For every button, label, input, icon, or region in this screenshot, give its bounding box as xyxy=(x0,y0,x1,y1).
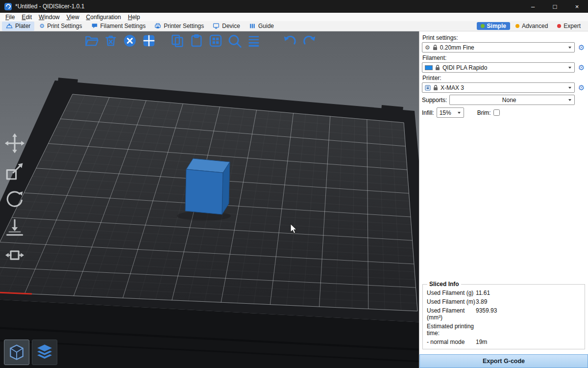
trash-icon xyxy=(103,33,118,48)
delete-all-button[interactable] xyxy=(122,33,137,49)
tab-label: Device xyxy=(222,23,240,29)
tab-printer-settings[interactable]: Printer Settings xyxy=(150,22,208,31)
menu-window[interactable]: Window xyxy=(35,14,63,21)
supports-value: None xyxy=(452,97,566,104)
printer-icon xyxy=(154,23,161,29)
cut-button[interactable] xyxy=(4,244,25,266)
lock-icon xyxy=(433,85,438,91)
printer-mini-icon xyxy=(425,85,431,91)
tab-guide[interactable]: Guide xyxy=(245,22,278,31)
cut-icon xyxy=(4,244,25,266)
split-objects-icon xyxy=(208,33,222,48)
app-window: *Untitled - QIDISlicer-1.0.1 – □ × File … xyxy=(0,0,588,368)
info-label: Estimated printing time: xyxy=(427,323,476,337)
viewport-toolbar xyxy=(83,33,317,49)
supports-combo[interactable]: None xyxy=(449,95,575,105)
mode-label: Expert xyxy=(564,23,581,29)
info-label: Used Filament (mm³) xyxy=(427,307,476,321)
mode-advanced[interactable]: Advanced xyxy=(512,22,552,30)
tab-filament-settings[interactable]: Filament Settings xyxy=(87,22,150,31)
info-value xyxy=(476,323,581,337)
view-switcher xyxy=(4,340,57,365)
sliced-layers-icon xyxy=(35,342,54,362)
paste-icon xyxy=(189,33,203,48)
infill-combo[interactable]: 15% xyxy=(437,107,464,118)
gizmo-toolbar xyxy=(4,132,25,266)
split-button[interactable] xyxy=(207,33,223,49)
menu-edit[interactable]: Edit xyxy=(18,14,35,21)
tab-device[interactable]: Device xyxy=(209,22,244,31)
editor-3d-view-button[interactable] xyxy=(4,340,29,365)
copy-button[interactable] xyxy=(169,33,185,49)
chevron-down-icon xyxy=(568,87,571,89)
window-title: *Untitled - QIDISlicer-1.0.1 xyxy=(15,3,84,10)
scale-button[interactable] xyxy=(4,160,25,182)
tab-plater[interactable]: Plater xyxy=(2,22,34,31)
menu-configuration[interactable]: Configuration xyxy=(83,14,124,21)
filament-icon xyxy=(91,23,98,29)
delete-button[interactable] xyxy=(102,33,118,49)
mode-expert[interactable]: Expert xyxy=(553,22,585,30)
info-row: Used Filament (mm³) 9359.93 xyxy=(427,306,581,322)
undo-icon xyxy=(282,33,297,49)
export-gcode-button[interactable]: Export G-code xyxy=(419,354,588,368)
place-on-face-icon xyxy=(4,216,25,238)
supports-label: Supports: xyxy=(422,97,447,104)
maximize-button[interactable]: □ xyxy=(544,0,566,13)
printer-combo[interactable]: X-MAX 3 xyxy=(422,82,575,93)
tab-label: Plater xyxy=(15,23,30,29)
info-label: Used Filament (m) xyxy=(427,298,476,305)
rotate-button[interactable] xyxy=(4,188,25,210)
filament-label: Filament: xyxy=(419,53,588,62)
info-value: 19m xyxy=(476,339,581,345)
gear-icon: ⚙ xyxy=(39,23,45,29)
close-button[interactable]: × xyxy=(566,0,588,13)
move-button[interactable] xyxy=(4,132,25,154)
layer-height-button[interactable] xyxy=(245,33,261,49)
cube-wireframe-icon xyxy=(7,343,26,362)
info-row: Used Filament (m) 3.89 xyxy=(427,297,581,306)
sliced-info-panel: Sliced Info Used Filament (g) 11.61 Used… xyxy=(422,284,585,349)
filament-gear-button[interactable]: ⚙ xyxy=(577,64,586,71)
print-settings-gear-button[interactable]: ⚙ xyxy=(577,44,586,51)
open-file-button[interactable] xyxy=(83,33,99,49)
print-settings-value: 0.20mm Fine xyxy=(440,44,566,51)
menu-help[interactable]: Help xyxy=(124,14,144,21)
printer-gear-button[interactable]: ⚙ xyxy=(577,84,586,91)
info-row: - normal mode 19m xyxy=(427,338,581,346)
minimize-button[interactable]: – xyxy=(522,0,544,13)
info-label: - normal mode xyxy=(427,339,476,345)
infill-label: Infill: xyxy=(422,109,434,116)
place-on-face-button[interactable] xyxy=(4,216,25,238)
preview-layers-button[interactable] xyxy=(32,340,57,365)
info-row: Estimated printing time: xyxy=(427,322,581,338)
folder-open-icon xyxy=(84,33,98,48)
chevron-down-icon xyxy=(568,99,571,101)
infill-value: 15% xyxy=(440,109,455,116)
tab-print-settings[interactable]: ⚙ Print Settings xyxy=(35,22,86,31)
tab-label: Print Settings xyxy=(47,23,82,29)
chevron-down-icon xyxy=(568,67,571,69)
arrange-button[interactable] xyxy=(141,33,156,49)
print-settings-combo[interactable]: ⚙ 0.20mm Fine xyxy=(422,42,575,53)
redo-button[interactable] xyxy=(301,33,317,49)
paste-button[interactable] xyxy=(188,33,204,49)
redo-icon xyxy=(301,33,317,49)
viewport-3d[interactable] xyxy=(0,31,419,368)
guide-icon xyxy=(249,23,256,29)
viewport-canvas[interactable] xyxy=(0,31,419,368)
mode-simple[interactable]: Simple xyxy=(477,22,510,30)
chevron-down-icon xyxy=(568,47,571,49)
filament-combo[interactable]: QIDI PLA Rapido xyxy=(422,62,575,73)
mode-label: Simple xyxy=(487,23,506,29)
search-button[interactable] xyxy=(226,33,242,49)
menubar: File Edit Window View Configuration Help xyxy=(0,13,588,21)
brim-checkbox[interactable] xyxy=(493,109,500,116)
menu-file[interactable]: File xyxy=(2,14,18,21)
menu-view[interactable]: View xyxy=(63,14,83,21)
undo-button[interactable] xyxy=(282,33,297,49)
simple-mode-dot-icon xyxy=(481,24,485,28)
printer-label: Printer: xyxy=(419,73,588,82)
move-icon xyxy=(4,132,25,154)
tabbar: Plater ⚙ Print Settings Filament Setting… xyxy=(0,21,588,31)
